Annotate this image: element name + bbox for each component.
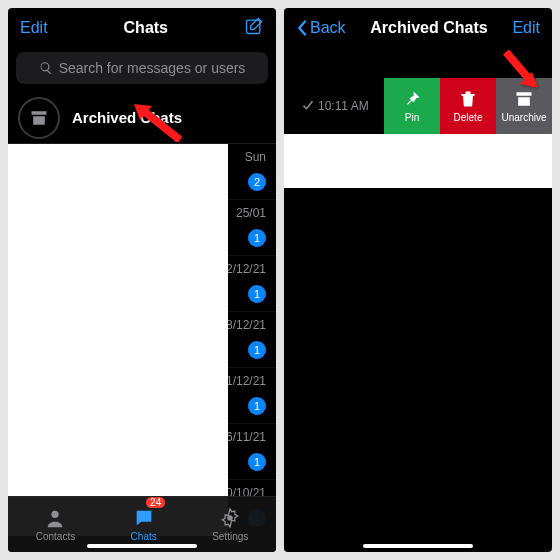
nav-bar: Back Archived Chats Edit [284, 8, 552, 48]
unread-badge: 2 [248, 173, 266, 191]
unread-badge: 1 [248, 341, 266, 359]
archived-chat-row[interactable]: 10:11 AM Pin Delete Unarchive [284, 78, 552, 134]
chats-badge: 24 [146, 497, 165, 508]
compose-icon [244, 16, 264, 36]
archived-chats-row[interactable]: Archived Chats [8, 92, 276, 144]
home-indicator [363, 544, 473, 548]
search-placeholder: Search for messages or users [59, 60, 246, 76]
archive-icon [18, 97, 60, 139]
unread-badge: 1 [248, 285, 266, 303]
archived-chats-label: Archived Chats [72, 109, 182, 126]
delete-button[interactable]: Delete [440, 78, 496, 134]
compose-button[interactable] [244, 16, 264, 40]
redaction-overlay [284, 134, 552, 188]
chat-list[interactable]: Sune toal...225/01122/12/21108/12/21101/… [8, 144, 276, 536]
delete-label: Delete [454, 112, 483, 123]
pin-button[interactable]: Pin [384, 78, 440, 134]
pin-icon [402, 89, 422, 109]
redaction-overlay [8, 144, 228, 536]
tab-contacts-label: Contacts [36, 531, 75, 542]
unarchive-label: Unarchive [501, 112, 546, 123]
unarchive-button[interactable]: Unarchive [496, 78, 552, 134]
svg-point-1 [52, 511, 59, 518]
tab-contacts[interactable]: Contacts [36, 507, 75, 542]
pin-label: Pin [405, 112, 419, 123]
tab-settings-label: Settings [212, 531, 248, 542]
unread-badge: 1 [248, 453, 266, 471]
edit-button[interactable]: Edit [20, 19, 48, 37]
unread-badge: 1 [248, 229, 266, 247]
left-screenshot: Edit Chats Search for messages or users … [8, 8, 276, 552]
back-label: Back [310, 19, 346, 37]
contacts-icon [43, 507, 67, 529]
right-screenshot: Back Archived Chats Edit 10:11 AM Pin De… [284, 8, 552, 552]
row-time-label: 10:11 AM [318, 99, 369, 113]
search-icon [39, 61, 53, 75]
chat-date: 25/01 [236, 206, 266, 220]
nav-title: Chats [48, 19, 244, 37]
chevron-left-icon [296, 19, 308, 37]
edit-button[interactable]: Edit [512, 19, 540, 37]
tab-chats-label: Chats [131, 531, 157, 542]
tab-chats[interactable]: 24 Chats [131, 507, 157, 542]
row-timestamp: 10:11 AM [302, 99, 369, 114]
tab-settings[interactable]: Settings [212, 507, 248, 542]
nav-title: Archived Chats [346, 19, 513, 37]
back-button[interactable]: Back [296, 19, 346, 37]
unarchive-icon [514, 89, 534, 109]
home-indicator [87, 544, 197, 548]
chat-date: Sun [245, 150, 266, 164]
search-input[interactable]: Search for messages or users [16, 52, 268, 84]
svg-rect-0 [247, 20, 260, 33]
read-check-icon [302, 99, 314, 114]
nav-bar: Edit Chats [8, 8, 276, 48]
unread-badge: 1 [248, 397, 266, 415]
chats-icon [132, 507, 156, 529]
settings-icon [218, 507, 242, 529]
trash-icon [458, 89, 478, 109]
